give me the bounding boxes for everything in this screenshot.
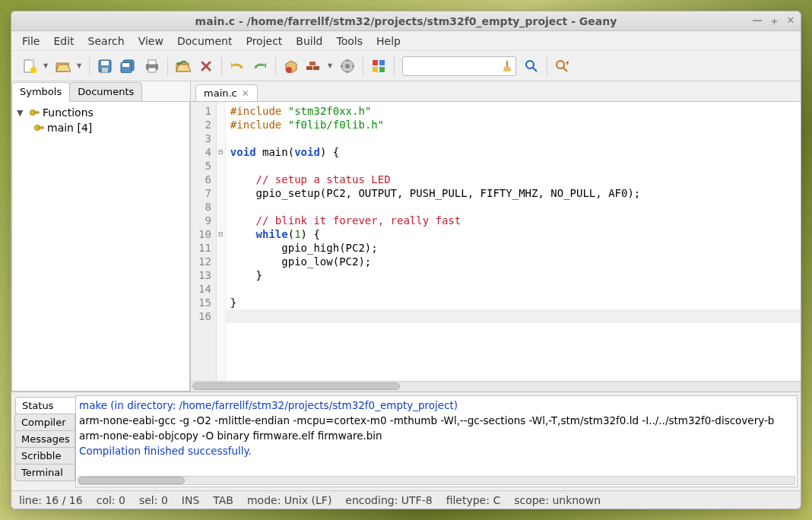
tab-documents[interactable]: Documents	[69, 82, 142, 102]
maximize-button[interactable]: ＋	[769, 14, 779, 28]
output-hscrollbar[interactable]	[78, 476, 795, 485]
editor-area: main.c ✕ 12345678910111213141516 ⊟⊟ #inc…	[191, 81, 801, 392]
svg-rect-43	[39, 127, 43, 128]
menu-build[interactable]: Build	[290, 33, 328, 49]
bottom-tab-messages[interactable]: Messages	[14, 430, 75, 448]
svg-rect-10	[122, 63, 129, 67]
search-input[interactable]	[402, 56, 516, 76]
statusbar: line: 16 / 16 col: 0 sel: 0 INS TAB mode…	[11, 490, 801, 509]
svg-marker-18	[264, 62, 266, 68]
svg-point-38	[557, 61, 564, 68]
svg-rect-12	[148, 60, 156, 65]
build-button[interactable]	[303, 55, 325, 77]
svg-rect-21	[306, 66, 312, 70]
print-button[interactable]	[141, 55, 163, 77]
titlebar: main.c - /home/farrellf/stm32/projects/s…	[11, 11, 801, 31]
status-line: line: 16 / 16	[19, 494, 83, 506]
status-sel: sel: 0	[139, 494, 168, 506]
svg-rect-33	[379, 67, 385, 72]
menu-tools[interactable]: Tools	[331, 33, 370, 49]
svg-marker-17	[231, 62, 233, 68]
goto-line-button[interactable]	[552, 55, 573, 77]
code-editor[interactable]: 12345678910111213141516 ⊟⊟ #include "stm…	[191, 101, 801, 381]
output-line[interactable]: arm-none-eabi-gcc -g -O2 -mlittle-endian…	[79, 413, 794, 428]
clear-search-icon[interactable]	[502, 60, 512, 72]
menu-document[interactable]: Document	[171, 33, 239, 49]
fold-gutter[interactable]: ⊟⊟	[217, 102, 226, 381]
svg-line-37	[533, 68, 537, 71]
bottom-panel: StatusCompilerMessagesScribbleTerminal m…	[11, 392, 801, 490]
new-file-menu-arrow[interactable]: ▼	[43, 62, 51, 69]
undo-button[interactable]	[227, 55, 248, 77]
find-button[interactable]	[521, 55, 542, 77]
svg-rect-34	[506, 61, 508, 67]
status-col: col: 0	[97, 494, 125, 506]
output-line[interactable]: Compilation finished successfully.	[79, 443, 794, 458]
svg-point-25	[345, 64, 350, 68]
build-menu-arrow[interactable]: ▼	[328, 62, 335, 69]
close-file-button[interactable]	[195, 55, 217, 77]
close-tab-icon[interactable]: ✕	[242, 88, 249, 99]
category-icon	[29, 107, 40, 118]
open-file-button[interactable]	[52, 55, 74, 77]
code-content[interactable]: #include "stm32f0xx.h"#include "f0lib/f0…	[226, 102, 801, 381]
app-window: main.c - /home/farrellf/stm32/projects/s…	[11, 11, 801, 509]
svg-rect-22	[313, 66, 319, 70]
svg-rect-32	[373, 67, 378, 72]
menu-view[interactable]: View	[132, 33, 170, 49]
run-button[interactable]	[337, 55, 358, 77]
svg-rect-6	[101, 61, 109, 65]
tab-symbols[interactable]: Symbols	[11, 82, 70, 102]
bottom-tab-terminal[interactable]: Terminal	[14, 464, 75, 481]
svg-rect-13	[148, 68, 156, 72]
tree-category-label: Functions	[43, 106, 94, 119]
menu-help[interactable]: Help	[370, 33, 407, 49]
status-scope: scope: unknown	[514, 494, 601, 506]
tree-item-main[interactable]: main [4]	[15, 120, 186, 135]
save-button[interactable]	[94, 55, 116, 77]
toolbar: ▼ ▼	[11, 51, 801, 81]
status-output[interactable]: make (in directory: /home/farrellf/stm32…	[75, 395, 798, 487]
compile-button[interactable]	[281, 55, 302, 77]
status-encoding: encoding: UTF-8	[345, 494, 432, 506]
minimize-button[interactable]: —	[752, 14, 763, 28]
menubar: FileEditSearchViewDocumentProjectBuildTo…	[11, 31, 801, 51]
line-number-gutter: 12345678910111213141516	[191, 102, 217, 381]
symbols-tree: ▼ Functions main [4]	[11, 101, 190, 392]
menu-edit[interactable]: Edit	[47, 33, 80, 49]
svg-rect-30	[373, 60, 378, 65]
svg-point-20	[286, 67, 292, 73]
redo-button[interactable]	[249, 55, 271, 77]
main-body: Symbols Documents ▼ Functions main [4]	[11, 81, 801, 392]
bottom-tab-compiler[interactable]: Compiler	[14, 414, 75, 431]
svg-rect-31	[379, 60, 385, 65]
expander-icon[interactable]: ▼	[17, 108, 26, 118]
bottom-tab-scribble[interactable]: Scribble	[14, 447, 75, 465]
output-line[interactable]: make (in directory: /home/farrellf/stm32…	[79, 398, 794, 413]
open-recent-menu-arrow[interactable]: ▼	[77, 62, 84, 69]
svg-line-39	[563, 68, 567, 71]
color-chooser-button[interactable]	[368, 55, 389, 77]
status-mode: mode: Unix (LF)	[247, 494, 331, 506]
save-all-button[interactable]	[117, 55, 138, 77]
status-filetype: filetype: C	[446, 494, 501, 506]
status-ins: INS	[182, 494, 200, 506]
menu-project[interactable]: Project	[239, 33, 288, 49]
svg-marker-35	[503, 67, 511, 71]
bottom-tab-status[interactable]: Status	[15, 397, 76, 414]
function-icon	[33, 122, 44, 133]
output-line[interactable]: arm-none-eabi-objcopy -O binary firmware…	[79, 428, 794, 443]
revert-button[interactable]	[173, 55, 194, 77]
menu-search[interactable]: Search	[82, 33, 131, 49]
sidebar: Symbols Documents ▼ Functions main [4]	[11, 81, 191, 392]
new-file-button[interactable]	[19, 55, 40, 77]
svg-rect-7	[102, 68, 108, 72]
close-button[interactable]: ✕	[785, 14, 796, 28]
editor-hscrollbar[interactable]	[191, 381, 801, 392]
status-tab: TAB	[213, 494, 233, 506]
tree-category-functions[interactable]: ▼ Functions	[15, 105, 186, 120]
svg-point-2	[30, 67, 36, 73]
menu-file[interactable]: File	[16, 33, 46, 49]
editor-tab-main-c[interactable]: main.c ✕	[195, 84, 258, 102]
editor-tab-label: main.c	[204, 87, 237, 99]
